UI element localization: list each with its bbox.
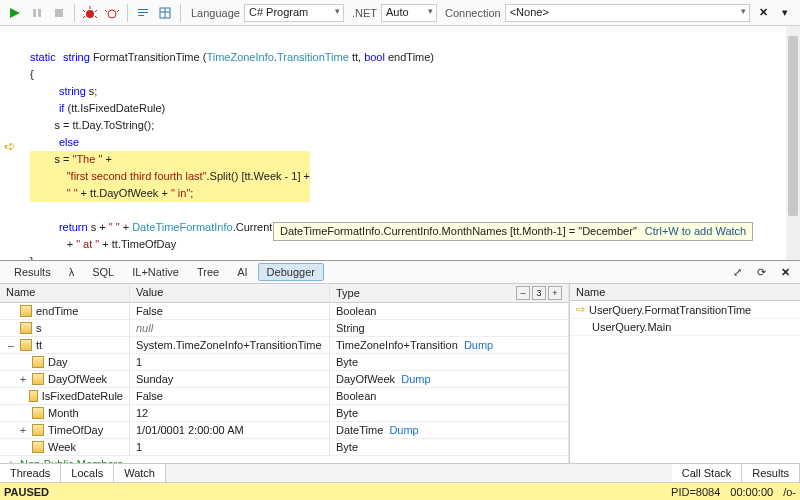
col-value[interactable]: Value bbox=[130, 284, 330, 302]
dump-link[interactable]: Dump bbox=[464, 339, 493, 351]
current-frame-arrow-icon: ⇨ bbox=[576, 303, 585, 316]
depth-icon[interactable]: 3 bbox=[532, 286, 546, 300]
property-icon bbox=[32, 441, 44, 453]
locals-row[interactable]: Month12Byte bbox=[0, 405, 569, 422]
separator bbox=[127, 4, 128, 22]
expand-toggle-icon[interactable]: + bbox=[18, 424, 28, 436]
grid-results-icon[interactable] bbox=[156, 4, 174, 22]
svg-rect-13 bbox=[138, 9, 148, 10]
debug-tooltip: DateTimeFormatInfo.CurrentInfo.MonthName… bbox=[273, 222, 753, 241]
dump-link[interactable]: Dump bbox=[401, 373, 430, 385]
connection-label: Connection bbox=[445, 7, 501, 19]
separator bbox=[180, 4, 181, 22]
stack-frame[interactable]: UserQuery.Main bbox=[570, 319, 800, 336]
call-stack-panel: Name ⇨UserQuery.FormatTransitionTimeUser… bbox=[570, 284, 800, 463]
status-bar: PAUSED PID=8084 00:00:00 /o- bbox=[0, 482, 800, 500]
highlighted-statement: s = "The " + "first second third fourth … bbox=[30, 151, 310, 202]
svg-line-9 bbox=[95, 16, 97, 18]
tab-callstack[interactable]: Call Stack bbox=[672, 463, 743, 482]
stop-icon[interactable] bbox=[50, 4, 68, 22]
text-results-icon[interactable] bbox=[134, 4, 152, 22]
debug-panels: Results λ SQL IL+Native Tree AI Debugger… bbox=[0, 260, 800, 482]
tab-locals[interactable]: Locals bbox=[61, 463, 114, 482]
tab-lambda[interactable]: λ bbox=[61, 264, 83, 280]
tab-watch[interactable]: Watch bbox=[114, 463, 166, 482]
svg-rect-1 bbox=[33, 9, 36, 17]
svg-line-6 bbox=[83, 10, 85, 12]
tab-sql[interactable]: SQL bbox=[84, 264, 122, 280]
property-icon bbox=[32, 373, 44, 385]
editor-scrollbar[interactable] bbox=[786, 26, 800, 260]
close-panel-icon[interactable]: ✕ bbox=[776, 263, 794, 281]
dump-link[interactable]: Dump bbox=[389, 424, 418, 436]
pause-icon[interactable] bbox=[28, 4, 46, 22]
separator bbox=[74, 4, 75, 22]
bug-icon[interactable] bbox=[81, 4, 99, 22]
locals-row[interactable]: endTimeFalseBoolean bbox=[0, 303, 569, 320]
property-icon bbox=[32, 407, 44, 419]
locals-row[interactable]: snullString bbox=[0, 320, 569, 337]
status-pid: PID=8084 bbox=[671, 486, 720, 498]
locals-row[interactable]: +DayOfWeekSundayDayOfWeek Dump bbox=[0, 371, 569, 388]
property-icon bbox=[32, 356, 44, 368]
tab-ai[interactable]: AI bbox=[229, 264, 255, 280]
tab-il[interactable]: IL+Native bbox=[124, 264, 187, 280]
svg-rect-2 bbox=[38, 9, 41, 17]
property-icon bbox=[20, 305, 32, 317]
chevron-down-icon[interactable]: ▾ bbox=[776, 4, 794, 22]
status-paused: PAUSED bbox=[4, 486, 49, 498]
close-icon[interactable]: ✕ bbox=[754, 4, 772, 22]
language-dropdown[interactable]: C# Program bbox=[244, 4, 344, 22]
tab-threads[interactable]: Threads bbox=[0, 463, 61, 482]
language-label: Language bbox=[191, 7, 240, 19]
collapse-icon[interactable]: – bbox=[516, 286, 530, 300]
svg-line-11 bbox=[105, 10, 107, 12]
property-icon bbox=[20, 322, 32, 334]
svg-rect-3 bbox=[55, 9, 63, 17]
panel-tab-row: Results λ SQL IL+Native Tree AI Debugger… bbox=[0, 261, 800, 284]
status-mode[interactable]: /o- bbox=[783, 486, 796, 498]
net-dropdown[interactable]: Auto bbox=[381, 4, 437, 22]
run-icon[interactable] bbox=[6, 4, 24, 22]
svg-rect-14 bbox=[138, 12, 148, 13]
expand-toggle-icon[interactable]: + bbox=[18, 373, 28, 385]
locals-row[interactable]: Day1Byte bbox=[0, 354, 569, 371]
svg-rect-15 bbox=[138, 15, 144, 16]
expand-all-icon[interactable]: + bbox=[548, 286, 562, 300]
expand-icon[interactable]: ⤢ bbox=[728, 263, 746, 281]
stack-col-name[interactable]: Name bbox=[570, 284, 800, 301]
main-toolbar: Language C# Program .NET Auto Connection… bbox=[0, 0, 800, 26]
refresh-icon[interactable]: ⟳ bbox=[752, 263, 770, 281]
bottom-tab-row: Threads Locals Watch Call Stack Results bbox=[0, 463, 800, 482]
locals-row[interactable]: +TimeOfDay1/01/0001 2:00:00 AMDateTime D… bbox=[0, 422, 569, 439]
svg-line-8 bbox=[83, 16, 85, 18]
locals-row[interactable]: Week1Byte bbox=[0, 439, 569, 456]
tab-tree[interactable]: Tree bbox=[189, 264, 227, 280]
non-public-members[interactable]: +Non-Public Members bbox=[0, 456, 569, 463]
svg-point-10 bbox=[108, 10, 116, 18]
stack-frame[interactable]: ⇨UserQuery.FormatTransitionTime bbox=[570, 301, 800, 319]
net-label: .NET bbox=[352, 7, 377, 19]
svg-line-7 bbox=[95, 10, 97, 12]
bug-alt-icon[interactable] bbox=[103, 4, 121, 22]
locals-grid: Name Value Type – 3 + endTimeFalseBoolea… bbox=[0, 284, 570, 463]
locals-row[interactable]: IsFixedDateRuleFalseBoolean bbox=[0, 388, 569, 405]
expand-toggle-icon[interactable]: – bbox=[6, 339, 16, 351]
property-icon bbox=[32, 424, 44, 436]
property-icon bbox=[29, 390, 38, 402]
tab-debugger[interactable]: Debugger bbox=[258, 263, 324, 281]
svg-marker-0 bbox=[10, 8, 20, 18]
status-time: 00:00:00 bbox=[730, 486, 773, 498]
tab-results[interactable]: Results bbox=[6, 264, 59, 280]
code-editor[interactable]: ➪ static string FormatTransitionTime (Ti… bbox=[0, 26, 800, 260]
svg-line-12 bbox=[117, 10, 119, 12]
svg-point-4 bbox=[86, 10, 94, 18]
property-icon bbox=[20, 339, 32, 351]
tab-results-bottom[interactable]: Results bbox=[742, 463, 800, 482]
col-type[interactable]: Type – 3 + bbox=[330, 284, 569, 302]
locals-row[interactable]: –ttSystem.TimeZoneInfo+TransitionTimeTim… bbox=[0, 337, 569, 354]
col-name[interactable]: Name bbox=[0, 284, 130, 302]
current-line-arrow-icon: ➪ bbox=[4, 138, 16, 154]
connection-dropdown[interactable]: <None> bbox=[505, 4, 750, 22]
